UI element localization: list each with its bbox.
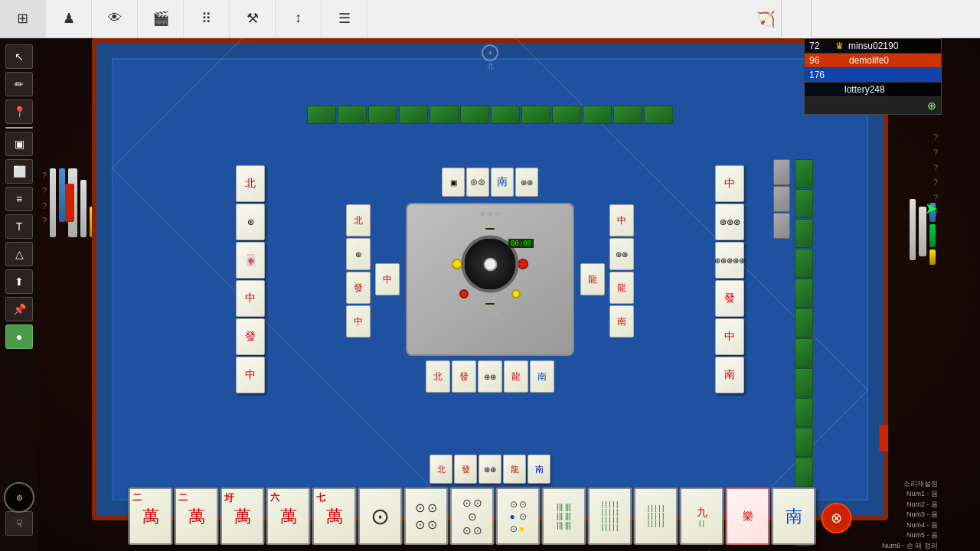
red-dot-bottom [459, 289, 469, 298]
cbt-5: 南 [530, 360, 554, 393]
triangle-tool[interactable]: △ [5, 242, 33, 266]
add-player-row: ⊕ [805, 97, 941, 114]
hand-tile-2[interactable]: 二 萬 [175, 487, 219, 545]
disc-center [483, 257, 497, 271]
bdot2 [488, 311, 492, 316]
bow-icon: 🏹 [756, 10, 776, 28]
circle-tool[interactable]: ● [5, 324, 33, 349]
bdot3 [495, 311, 500, 316]
hand-tile-3[interactable]: 圩 萬 [220, 487, 265, 545]
bow-icon-btn[interactable]: 🏹 [750, 0, 781, 38]
games-button[interactable]: ⊞ [0, 0, 46, 37]
score-panel: 72 ♛ minsu02190 96 demolife0 176 lottery… [804, 38, 942, 115]
console-top-tiles: ▣ ⊛⊛ 南 ⊛⊛ [442, 168, 538, 197]
hand-tile-south[interactable]: 南 [772, 487, 816, 545]
cube-tool[interactable]: ▣ [5, 132, 33, 156]
hand-tile-4[interactable]: 六 萬 [266, 487, 311, 545]
music-button[interactable]: 👁 [92, 0, 138, 37]
dot2 [488, 212, 492, 217]
discard-button[interactable]: ⊗ [822, 503, 852, 533]
hint-sound: 소리재설정 [882, 479, 938, 490]
right-game-tile-1: 中 [715, 165, 744, 202]
game-console: ▣ ⊛⊛ 南 ⊛⊛ 中 龍 北 ⊛ 發 中 中 ⊛⊛ 龍 南 [406, 203, 574, 356]
hint-num6: Num6 - 손 패 정리 [882, 541, 938, 552]
console-bottom-tiles: 北 發 ⊛⊛ 龍 南 [426, 360, 554, 393]
ct-2: ⊛⊛ [466, 168, 489, 197]
rdec-green [929, 224, 936, 247]
modding-button[interactable]: ⚒ [230, 0, 276, 37]
notebook-button[interactable]: 🎬 [138, 0, 184, 37]
left-question-marks: ???? [42, 168, 47, 229]
right-tile-8 [795, 368, 813, 397]
notebook-icon: 🎬 [152, 10, 169, 27]
ct-3: 南 [491, 168, 514, 197]
left-sidebar: ↖ ✏ 📍 ▣ ⬜ ≡ T △ ⬆ 📌 ● ☟ ⚙ [0, 38, 38, 551]
erase-tool[interactable]: ⬜ [5, 159, 33, 184]
hand-tile-1[interactable]: 二 萬 [129, 487, 173, 545]
options-button[interactable]: ⠿ [184, 0, 230, 37]
bottom-played-tiles: 北 發 ⊛⊛ 龍 南 [430, 455, 550, 484]
hand-tile-9[interactable]: ⊙ ⊙ ● ⊙ ⊙ ● [496, 487, 541, 545]
top-tile-11 [613, 106, 642, 124]
game-table: 北 [92, 38, 888, 520]
flip-button[interactable]: ↕ [276, 0, 322, 37]
hand-tile-special[interactable]: 樂 [726, 487, 770, 545]
ct-4: ⊛⊛ [515, 168, 538, 197]
logo-icon: ⚙ [16, 494, 23, 502]
top-tile-9 [552, 106, 581, 124]
dot3 [495, 212, 500, 217]
location-tool[interactable]: 📍 [5, 99, 33, 124]
hand-tool[interactable]: ☟ [5, 511, 33, 536]
bottom-tile-1: 北 [430, 455, 452, 484]
top-tile-3 [368, 106, 397, 124]
line-tool[interactable] [5, 127, 33, 129]
top-tile-8 [521, 106, 550, 124]
text-tool[interactable]: T [5, 214, 33, 239]
right-tile-7 [795, 338, 813, 367]
top-tile-2 [338, 106, 367, 124]
hand-tile-6[interactable]: ⊙ [358, 487, 403, 545]
right-tile-5 [795, 279, 813, 308]
hint-num4: Num4 - 음 [882, 520, 938, 531]
logo-button[interactable]: ⚙ [4, 482, 34, 513]
right-wall-tiles [773, 159, 790, 239]
pencil-tool[interactable]: ✏ [5, 72, 33, 96]
objects-button[interactable]: ♟ [46, 0, 92, 37]
angle-display[interactable] [781, 0, 812, 38]
clc-3: 發 [346, 272, 371, 304]
hand-tile-7[interactable]: ⊙ ⊙ ⊙ ⊙ [404, 487, 449, 545]
hand-tile-13[interactable]: 九 | | [680, 487, 724, 545]
console-right-col: 中 ⊛⊛ 龍 南 [609, 204, 634, 337]
left-game-tile-4: 中 [236, 280, 265, 317]
hand-tile-10[interactable]: ||| ||| ||| ||| ||| ||| [542, 487, 586, 545]
red-indicator-left [65, 184, 74, 222]
hand-tile-11[interactable]: | | | | | | | | | | | | | | | | | | | | [588, 487, 632, 545]
hand-tile-8[interactable]: ⊙ ⊙ ⊙ ⊙ ⊙ [450, 487, 495, 545]
clc-4: 中 [346, 305, 371, 337]
pen-blue [59, 168, 65, 222]
green-score-right: 00:00 [508, 239, 534, 248]
toolbar: ⊞ ♟ 👁 🎬 ⠿ ⚒ ↕ ☰ 🏹 [0, 0, 980, 38]
menu-button[interactable]: ☰ [322, 0, 368, 37]
hand-tile-5[interactable]: 七 萬 [312, 487, 357, 545]
arrow-tool[interactable]: ⬆ [5, 269, 33, 294]
hint-num1: Num1 - 음 [882, 489, 938, 500]
right-game-tile-5: 中 [715, 318, 744, 355]
left-game-tile-2: ⊛ [236, 204, 265, 240]
menu-tool[interactable]: ≡ [5, 187, 33, 211]
compass-circle: ✛ [482, 44, 498, 61]
crc-2: ⊛⊛ [609, 238, 634, 270]
cbt-1: 北 [426, 360, 450, 393]
flip-icon: ↕ [295, 10, 302, 26]
console-content: 00:00 [415, 212, 565, 316]
score-row-1: 72 ♛ minsu02190 [805, 39, 941, 54]
left-game-tile-1: 北 [236, 165, 265, 202]
right-tile-1 [795, 159, 813, 188]
crc-4: 南 [609, 305, 634, 337]
cursor-tool[interactable]: ↖ [5, 44, 33, 69]
rdec-yellow [929, 249, 936, 265]
spinner-container: 00:00 [448, 222, 532, 306]
pin-tool[interactable]: 📌 [5, 297, 33, 321]
hand-tile-12[interactable]: | | | | | | | | | | | | | | | [634, 487, 678, 545]
red-indicator-right [879, 425, 888, 452]
